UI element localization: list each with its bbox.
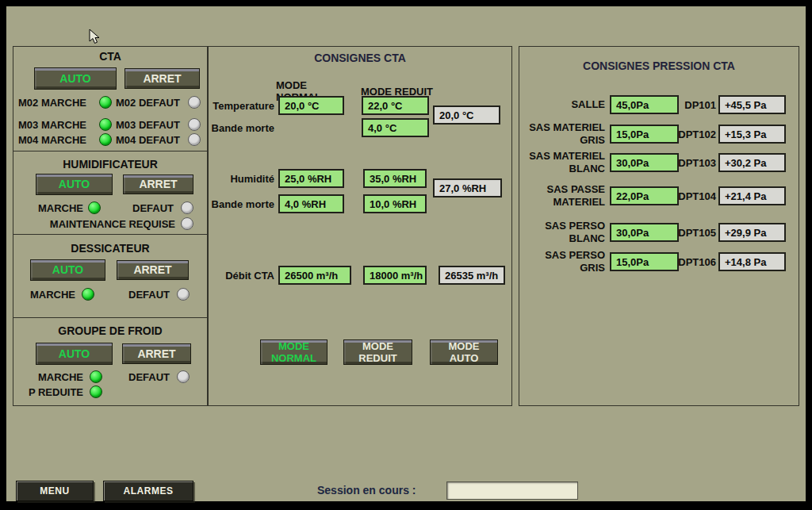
consignes-cta-title: CONSIGNES CTA [209,52,511,64]
debit-reduit-setpoint[interactable]: 18000 m³/h [363,266,427,285]
menu-button[interactable]: MENU [16,481,94,501]
hmi-screen: CTA AUTO ARRET M02 MARCHE M02 DEFAUT M03… [6,6,806,501]
pression-sensor-label: DPT103 [675,153,716,172]
mode-auto-button[interactable]: MODE AUTO [430,339,498,365]
session-input[interactable] [446,481,578,500]
debit-normal-setpoint[interactable]: 26500 m³/h [278,266,351,285]
humidificateur-section-title: HUMIDIFICATEUR [13,158,207,171]
m04-marche-led [99,133,112,146]
pression-setpoint[interactable]: 30,0Pa [610,153,679,172]
cta-arret-button[interactable]: ARRET [124,68,200,89]
m03-defaut-label: M03 DEFAUT [116,117,186,132]
m03-defaut-led [188,118,201,131]
pression-setpoint[interactable]: 15,0Pa [610,125,679,144]
humidificateur-defaut-led [181,201,193,214]
groupe-de-froid-auto-button[interactable]: AUTO [36,343,113,365]
maintenance-requise-led [181,217,193,230]
groupe-de-froid-marche-label: MARCHE [13,370,83,384]
p-reduite-led [90,385,102,398]
pression-measure-value: +15,3 Pa [718,125,786,144]
pression-measure-value: +21,4 Pa [718,186,786,205]
humidite-normal-setpoint[interactable]: 25,0 %RH [278,169,344,188]
humidificateur-marche-label: MARCHE [13,201,83,215]
humidificateur-section: HUMIDIFICATEUR AUTO ARRET MARCHE DEFAUT … [13,151,207,235]
pression-setpoint[interactable]: 45,0Pa [610,95,679,114]
consignes-pression-title: CONSIGNES PRESSION CTA [519,59,799,72]
m03-marche-label: M03 MARCHE [18,117,98,132]
m04-defaut-label: M04 DEFAUT [116,132,186,147]
dessicateur-section-title: DESSICATEUR [13,242,207,255]
groupe-de-froid-section-title: GROUPE DE FROID [13,324,207,337]
temperature-normal-setpoint[interactable]: 20,0 °C [278,96,344,115]
humidite-reduit-setpoint[interactable]: 35,0 %RH [363,169,427,188]
consignes-pression-panel: CONSIGNES PRESSION CTA SALLE 45,0Pa DP10… [519,46,799,406]
groupe-de-froid-arret-button[interactable]: ARRET [122,343,191,364]
pression-sensor-label: DPT104 [675,186,716,205]
pression-measure-value: +29,9 Pa [718,223,786,242]
session-label: Session en cours : [317,484,416,497]
pression-sensor-label: DPT102 [675,125,716,144]
bande-morte-humidite-normal-setpoint[interactable]: 4,0 %RH [278,194,344,213]
pression-row-label: SAS PERSO GRIS [519,247,605,276]
humidite-mesure-value: 27,0 %RH [433,178,502,197]
dessicateur-section: DESSICATEUR AUTO ARRET MARCHE DEFAUT [13,235,207,318]
m02-marche-label: M02 MARCHE [18,95,98,109]
mode-reduit-button[interactable]: MODE REDUIT [343,339,412,365]
consignes-cta-panel: CONSIGNES CTA MODE NORMAL MODE REDUIT Te… [208,46,512,406]
m02-defaut-label: M02 DEFAUT [116,95,186,109]
pression-setpoint[interactable]: 30,0Pa [610,223,679,242]
groupe-de-froid-section: GROUPE DE FROID AUTO ARRET MARCHE DEFAUT… [13,318,207,405]
groupe-de-froid-defaut-label: DEFAUT [117,370,170,384]
pression-sensor-label: DPT105 [675,223,716,242]
humidite-label: Humidité [210,169,274,188]
debit-cta-label: Débit CTA [210,266,274,285]
debit-mesure-value: 26535 m³/h [439,266,505,285]
groupe-de-froid-marche-led [90,370,102,383]
bande-morte-temperature-reduit-setpoint[interactable]: 4,0 °C [362,118,429,137]
pression-measure-value: +30,2 Pa [718,153,786,172]
dessicateur-marche-label: MARCHE [13,287,75,301]
mouse-cursor [89,29,102,46]
bande-morte-humidite-label: Bande morte [210,194,274,213]
dessicateur-arret-button[interactable]: ARRET [117,260,189,280]
bande-morte-humidite-reduit-setpoint[interactable]: 10,0 %RH [363,194,427,213]
cta-auto-button[interactable]: AUTO [34,67,117,90]
p-reduite-label: P REDUITE [13,385,83,399]
maintenance-requise-label: MAINTENANCE REQUISE [21,217,175,231]
cta-section-title: CTA [13,50,207,63]
dessicateur-defaut-label: DEFAUT [117,287,170,301]
temperature-label: Temperature [210,96,274,115]
temperature-mesure-value: 20,0 °C [433,105,500,125]
pression-row-label: SAS PASSE MATERIEL [519,182,605,210]
m02-marche-led [99,96,112,109]
groupe-de-froid-defaut-led [177,370,190,383]
dessicateur-auto-button[interactable]: AUTO [30,259,105,281]
m04-defaut-led [188,133,201,146]
pression-sensor-label: DP101 [675,95,716,114]
humidificateur-defaut-label: DEFAUT [117,201,174,215]
m02-defaut-led [188,96,201,109]
m04-marche-label: M04 MARCHE [18,132,98,147]
humidificateur-auto-button[interactable]: AUTO [36,174,113,195]
pression-measure-value: +14,8 Pa [718,252,786,271]
humidificateur-marche-led [88,201,101,214]
bande-morte-temperature-label: Bande morte [210,118,274,137]
cta-section: CTA AUTO ARRET M02 MARCHE M02 DEFAUT M03… [13,47,207,151]
alarmes-button[interactable]: ALARMES [103,481,193,501]
pression-row-label: SAS MATERIEL GRIS [519,120,605,148]
dessicateur-marche-led [82,288,94,301]
pression-row-label: SALLE [519,90,605,119]
equipment-panel: CTA AUTO ARRET M02 MARCHE M02 DEFAUT M03… [13,46,208,406]
m03-marche-led [99,118,112,131]
pression-sensor-label: DPT106 [675,252,716,271]
humidificateur-arret-button[interactable]: ARRET [123,174,193,194]
mode-normal-button[interactable]: MODE NORMAL [260,339,327,365]
pression-setpoint[interactable]: 22,0Pa [610,186,679,205]
temperature-reduit-setpoint[interactable]: 22,0 °C [362,96,429,115]
pression-measure-value: +45,5 Pa [718,95,786,114]
pression-row-label: SAS PERSO BLANC [519,218,605,247]
pression-row-label: SAS MATERIEL BLANC [519,148,605,177]
pression-setpoint[interactable]: 15,0Pa [610,252,679,271]
dessicateur-defaut-led [177,288,190,301]
